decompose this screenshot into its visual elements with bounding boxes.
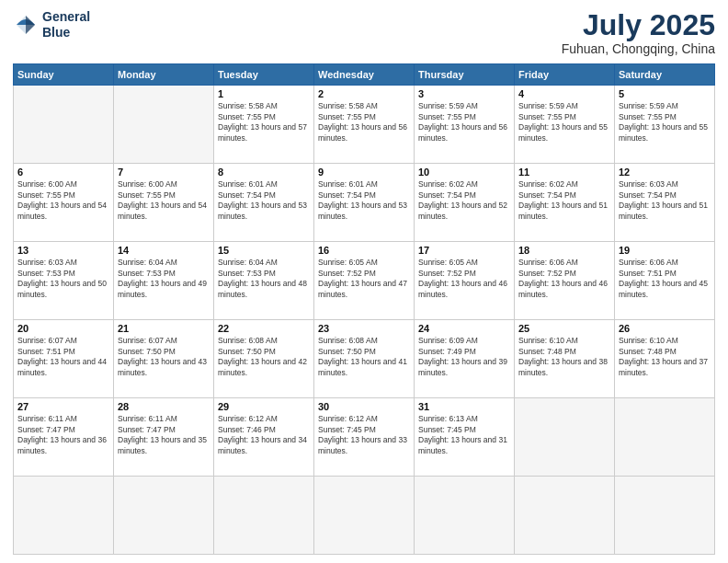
- calendar-cell: 19Sunrise: 6:06 AMSunset: 7:51 PMDayligh…: [615, 242, 715, 320]
- day-number: 18: [518, 245, 610, 256]
- header: General Blue July 2025 Fuhuan, Chongqing…: [13, 9, 715, 56]
- day-number: 4: [518, 88, 610, 99]
- day-detail: Sunrise: 6:01 AMSunset: 7:54 PMDaylight:…: [318, 179, 410, 222]
- day-detail: Sunrise: 6:12 AMSunset: 7:45 PMDaylight:…: [318, 414, 410, 456]
- weekday-header-row: Sunday Monday Tuesday Wednesday Thursday…: [14, 64, 715, 86]
- location-subtitle: Fuhuan, Chongqing, China: [562, 41, 715, 56]
- header-friday: Friday: [515, 64, 615, 86]
- calendar-cell: 4Sunrise: 5:59 AMSunset: 7:55 PMDaylight…: [515, 86, 615, 164]
- day-number: 24: [418, 323, 510, 334]
- day-number: 28: [118, 401, 210, 412]
- logo: General Blue: [13, 9, 90, 40]
- day-number: 2: [318, 88, 410, 99]
- day-detail: Sunrise: 6:01 AMSunset: 7:54 PMDaylight:…: [218, 179, 310, 222]
- calendar-cell: [114, 86, 214, 164]
- header-thursday: Thursday: [415, 64, 515, 86]
- day-number: 30: [318, 401, 410, 412]
- day-number: 3: [418, 88, 510, 99]
- day-detail: Sunrise: 6:06 AMSunset: 7:52 PMDaylight:…: [518, 258, 610, 300]
- day-detail: Sunrise: 6:02 AMSunset: 7:54 PMDaylight:…: [418, 179, 510, 222]
- month-year-title: July 2025: [562, 9, 715, 41]
- header-tuesday: Tuesday: [214, 64, 314, 86]
- day-number: 20: [17, 323, 109, 334]
- calendar-cell: [14, 477, 114, 555]
- day-number: 12: [619, 167, 711, 178]
- day-number: 17: [418, 245, 510, 256]
- calendar-cell: 12Sunrise: 6:03 AMSunset: 7:54 PMDayligh…: [615, 164, 715, 242]
- calendar-cell: 21Sunrise: 6:07 AMSunset: 7:50 PMDayligh…: [114, 320, 214, 398]
- calendar-cell: [114, 477, 214, 555]
- calendar-cell: 22Sunrise: 6:08 AMSunset: 7:50 PMDayligh…: [214, 320, 314, 398]
- calendar-row: 6Sunrise: 6:00 AMSunset: 7:55 PMDaylight…: [14, 164, 715, 242]
- day-detail: Sunrise: 5:59 AMSunset: 7:55 PMDaylight:…: [518, 101, 610, 144]
- calendar-cell: 1Sunrise: 5:58 AMSunset: 7:55 PMDaylight…: [214, 86, 314, 164]
- day-detail: Sunrise: 6:04 AMSunset: 7:53 PMDaylight:…: [218, 258, 310, 300]
- calendar-cell: 9Sunrise: 6:01 AMSunset: 7:54 PMDaylight…: [314, 164, 415, 242]
- day-number: 9: [318, 167, 410, 178]
- calendar-cell: 27Sunrise: 6:11 AMSunset: 7:47 PMDayligh…: [14, 398, 114, 477]
- day-detail: Sunrise: 5:59 AMSunset: 7:55 PMDaylight:…: [619, 101, 711, 144]
- day-detail: Sunrise: 6:03 AMSunset: 7:54 PMDaylight:…: [619, 179, 711, 222]
- day-number: 15: [218, 245, 310, 256]
- calendar-cell: 20Sunrise: 6:07 AMSunset: 7:51 PMDayligh…: [14, 320, 114, 398]
- calendar-cell: 23Sunrise: 6:08 AMSunset: 7:50 PMDayligh…: [314, 320, 415, 398]
- calendar-cell: 7Sunrise: 6:00 AMSunset: 7:55 PMDaylight…: [114, 164, 214, 242]
- calendar-cell: 13Sunrise: 6:03 AMSunset: 7:53 PMDayligh…: [14, 242, 114, 320]
- day-detail: Sunrise: 6:11 AMSunset: 7:47 PMDaylight:…: [17, 414, 109, 456]
- day-detail: Sunrise: 6:12 AMSunset: 7:46 PMDaylight:…: [218, 414, 310, 456]
- day-number: 29: [218, 401, 310, 412]
- logo-icon: [13, 12, 39, 38]
- calendar-cell: 25Sunrise: 6:10 AMSunset: 7:48 PMDayligh…: [515, 320, 615, 398]
- header-saturday: Saturday: [615, 64, 715, 86]
- calendar-table: Sunday Monday Tuesday Wednesday Thursday…: [13, 63, 715, 555]
- day-number: 13: [17, 245, 109, 256]
- day-number: 6: [17, 167, 109, 178]
- day-detail: Sunrise: 6:08 AMSunset: 7:50 PMDaylight:…: [318, 336, 410, 378]
- day-number: 25: [518, 323, 610, 334]
- day-detail: Sunrise: 6:00 AMSunset: 7:55 PMDaylight:…: [118, 179, 210, 222]
- calendar-cell: 29Sunrise: 6:12 AMSunset: 7:46 PMDayligh…: [214, 398, 314, 477]
- day-number: 16: [318, 245, 410, 256]
- day-number: 23: [318, 323, 410, 334]
- day-detail: Sunrise: 6:05 AMSunset: 7:52 PMDaylight:…: [318, 258, 410, 300]
- day-number: 1: [218, 88, 310, 99]
- day-number: 31: [418, 401, 510, 412]
- title-block: July 2025 Fuhuan, Chongqing, China: [562, 9, 715, 56]
- calendar-cell: 30Sunrise: 6:12 AMSunset: 7:45 PMDayligh…: [314, 398, 415, 477]
- calendar-cell: 5Sunrise: 5:59 AMSunset: 7:55 PMDaylight…: [615, 86, 715, 164]
- calendar-cell: 24Sunrise: 6:09 AMSunset: 7:49 PMDayligh…: [415, 320, 515, 398]
- calendar-cell: 17Sunrise: 6:05 AMSunset: 7:52 PMDayligh…: [415, 242, 515, 320]
- calendar-row: [14, 477, 715, 555]
- calendar-cell: 15Sunrise: 6:04 AMSunset: 7:53 PMDayligh…: [214, 242, 314, 320]
- calendar-cell: [515, 398, 615, 477]
- calendar-cell: 31Sunrise: 6:13 AMSunset: 7:45 PMDayligh…: [415, 398, 515, 477]
- header-monday: Monday: [114, 64, 214, 86]
- calendar-cell: 26Sunrise: 6:10 AMSunset: 7:48 PMDayligh…: [615, 320, 715, 398]
- day-number: 26: [619, 323, 711, 334]
- day-detail: Sunrise: 6:07 AMSunset: 7:50 PMDaylight:…: [118, 336, 210, 378]
- header-sunday: Sunday: [14, 64, 114, 86]
- day-number: 11: [518, 167, 610, 178]
- day-number: 19: [619, 245, 711, 256]
- day-number: 27: [17, 401, 109, 412]
- calendar-cell: 14Sunrise: 6:04 AMSunset: 7:53 PMDayligh…: [114, 242, 214, 320]
- day-detail: Sunrise: 5:58 AMSunset: 7:55 PMDaylight:…: [318, 101, 410, 144]
- day-detail: Sunrise: 6:13 AMSunset: 7:45 PMDaylight:…: [418, 414, 510, 456]
- day-detail: Sunrise: 5:58 AMSunset: 7:55 PMDaylight:…: [218, 101, 310, 144]
- day-detail: Sunrise: 6:05 AMSunset: 7:52 PMDaylight:…: [418, 258, 510, 300]
- day-detail: Sunrise: 6:10 AMSunset: 7:48 PMDaylight:…: [518, 336, 610, 378]
- day-number: 5: [619, 88, 711, 99]
- day-detail: Sunrise: 6:06 AMSunset: 7:51 PMDaylight:…: [619, 258, 711, 300]
- day-number: 22: [218, 323, 310, 334]
- calendar-cell: 10Sunrise: 6:02 AMSunset: 7:54 PMDayligh…: [415, 164, 515, 242]
- calendar-row: 1Sunrise: 5:58 AMSunset: 7:55 PMDaylight…: [14, 86, 715, 164]
- calendar-cell: 11Sunrise: 6:02 AMSunset: 7:54 PMDayligh…: [515, 164, 615, 242]
- calendar-cell: [615, 398, 715, 477]
- day-detail: Sunrise: 5:59 AMSunset: 7:55 PMDaylight:…: [418, 101, 510, 144]
- day-detail: Sunrise: 6:07 AMSunset: 7:51 PMDaylight:…: [17, 336, 109, 378]
- day-number: 8: [218, 167, 310, 178]
- page: General Blue July 2025 Fuhuan, Chongqing…: [0, 0, 728, 563]
- day-detail: Sunrise: 6:09 AMSunset: 7:49 PMDaylight:…: [418, 336, 510, 378]
- calendar-row: 27Sunrise: 6:11 AMSunset: 7:47 PMDayligh…: [14, 398, 715, 477]
- day-number: 10: [418, 167, 510, 178]
